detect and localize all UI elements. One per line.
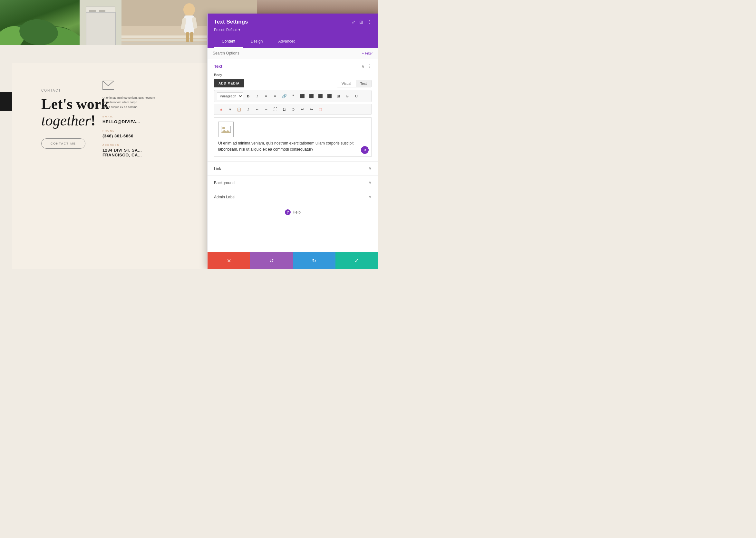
body-label: Body bbox=[214, 73, 372, 77]
paste-button[interactable]: 📋 bbox=[235, 105, 243, 113]
add-media-button[interactable]: ADD MEDIA bbox=[214, 80, 244, 87]
table-button[interactable]: ⊞ bbox=[334, 92, 343, 100]
admin-label-chevron-icon: ∨ bbox=[369, 194, 372, 199]
align-right-button[interactable]: ⬛ bbox=[316, 92, 324, 100]
svg-point-26 bbox=[222, 127, 225, 129]
text-color-button[interactable]: A bbox=[217, 105, 225, 113]
contact-body-text: Ut enim ad minima veniam, quis nostrum e… bbox=[103, 95, 155, 109]
text-color-dropdown[interactable]: ▾ bbox=[226, 105, 234, 113]
envelope-icon bbox=[103, 81, 155, 91]
admin-label-section[interactable]: Admin Label ∨ bbox=[208, 190, 378, 204]
editor-toolbar-top: ADD MEDIA Visual Text bbox=[214, 80, 372, 87]
special-chars-button[interactable]: Ω bbox=[280, 105, 288, 113]
paragraph-select[interactable]: Paragraph Heading 1 Heading 2 bbox=[217, 92, 243, 100]
phone-value: (346) 361-6866 bbox=[103, 134, 155, 138]
admin-label-section-title: Admin Label bbox=[214, 195, 236, 199]
email-label: EMAIL bbox=[103, 115, 155, 118]
more-options-icon[interactable]: ⋮ bbox=[367, 19, 372, 25]
cancel-button[interactable]: ✕ bbox=[208, 252, 250, 269]
visual-text-toggle: Visual Text bbox=[337, 80, 372, 87]
undo-button[interactable]: ↩ bbox=[298, 105, 307, 113]
link-button[interactable]: 🔗 bbox=[280, 92, 288, 100]
text-button[interactable]: Text bbox=[356, 80, 371, 87]
redo-action-button[interactable]: ↻ bbox=[293, 252, 335, 269]
settings-panel: Text Settings ⤢ ⊞ ⋮ Preset: Default ▾ Co… bbox=[207, 14, 378, 269]
italic2-button[interactable]: I bbox=[244, 105, 252, 113]
filter-button[interactable]: + Filter bbox=[362, 51, 373, 55]
editor-content-area[interactable]: Ut enim ad minima veniam, quis nostrum e… bbox=[214, 117, 372, 157]
contact-info-block: Ut enim ad minima veniam, quis nostrum e… bbox=[103, 81, 155, 163]
address-value: 1234 DIVI ST. SA... FRANCISCO, CA... bbox=[103, 148, 155, 157]
ordered-list-button[interactable]: ≡ bbox=[271, 92, 279, 100]
svg-rect-9 bbox=[99, 10, 105, 18]
unordered-list-button[interactable]: ≡ bbox=[262, 92, 270, 100]
emoji-button[interactable]: ☺ bbox=[289, 105, 298, 113]
bottom-action-bar: ✕ ↺ ↻ ✓ bbox=[208, 252, 378, 269]
section-more-icon[interactable]: ⋮ bbox=[367, 64, 372, 69]
tab-design[interactable]: Design bbox=[243, 36, 270, 48]
email-value: HELLO@DIVIFA... bbox=[103, 119, 155, 124]
panel-header-icons: ⤢ ⊞ ⋮ bbox=[352, 19, 372, 25]
panel-preset: Preset: Default ▾ bbox=[214, 28, 372, 32]
bold-button[interactable]: B bbox=[244, 92, 252, 100]
building-image bbox=[79, 0, 121, 45]
phone-label: PHONE bbox=[103, 129, 155, 132]
help-text: Help bbox=[293, 210, 301, 214]
underline-button[interactable]: U bbox=[352, 92, 360, 100]
address-label: ADDRESS bbox=[103, 143, 155, 146]
background-section-title: Background bbox=[214, 181, 235, 185]
link-section-title: Link bbox=[214, 166, 221, 171]
strikethrough-button[interactable]: S bbox=[343, 92, 352, 100]
reset-button[interactable]: ↺ bbox=[250, 252, 293, 269]
svg-rect-8 bbox=[89, 10, 96, 18]
italic-button[interactable]: I bbox=[253, 92, 261, 100]
help-icon: ? bbox=[285, 209, 291, 215]
align-center-button[interactable]: ⬛ bbox=[307, 92, 315, 100]
text-content-section: Text ∧ ⋮ Body ADD MEDIA Visual Text Para… bbox=[208, 59, 378, 162]
help-section: ? Help bbox=[208, 204, 378, 220]
background-chevron-icon: ∨ bbox=[369, 180, 372, 185]
panel-header: Text Settings ⤢ ⊞ ⋮ Preset: Default ▾ Co… bbox=[208, 14, 378, 48]
editor-toolbar-row1: Paragraph Heading 1 Heading 2 B I ≡ ≡ 🔗 … bbox=[214, 90, 372, 102]
align-justify-button[interactable]: ⬛ bbox=[325, 92, 334, 100]
fullscreen-editor-button[interactable]: ⛶ bbox=[271, 105, 279, 113]
panel-header-top: Text Settings ⤢ ⊞ ⋮ bbox=[214, 19, 372, 25]
visual-button[interactable]: Visual bbox=[337, 80, 356, 87]
link-section[interactable]: Link ∨ bbox=[208, 162, 378, 176]
contact-me-button[interactable]: CONTACT ME bbox=[41, 138, 85, 149]
background-section[interactable]: Background ∨ bbox=[208, 176, 378, 190]
editor-image-placeholder bbox=[218, 122, 234, 137]
svg-rect-10 bbox=[89, 21, 96, 29]
save-button[interactable]: ✓ bbox=[335, 252, 378, 269]
svg-rect-11 bbox=[99, 21, 105, 29]
indent-increase-button[interactable]: → bbox=[262, 105, 270, 113]
columns-icon[interactable]: ⊞ bbox=[359, 19, 363, 25]
indent-decrease-button[interactable]: ← bbox=[253, 105, 261, 113]
fullscreen-icon[interactable]: ⤢ bbox=[352, 19, 355, 25]
format-button[interactable]: ◻ bbox=[316, 105, 324, 113]
svg-rect-12 bbox=[94, 30, 101, 39]
section-header: Text ∧ ⋮ bbox=[214, 64, 372, 69]
panel-title: Text Settings bbox=[214, 19, 248, 25]
refresh-button[interactable]: ↺ bbox=[361, 146, 369, 154]
svg-rect-22 bbox=[186, 32, 189, 42]
svg-point-18 bbox=[183, 3, 195, 16]
tab-content[interactable]: Content bbox=[214, 36, 243, 48]
editor-text-content: Ut enim ad minima veniam, quis nostrum e… bbox=[218, 140, 367, 153]
redo-button[interactable]: ↪ bbox=[307, 105, 315, 113]
plant-image bbox=[0, 0, 79, 45]
editor-toolbar-row2: A ▾ 📋 I ← → ⛶ Ω ☺ ↩ ↪ ◻ bbox=[214, 104, 372, 115]
section-header-icons: ∧ ⋮ bbox=[361, 64, 372, 69]
text-section-title: Text bbox=[214, 64, 222, 69]
tab-advanced[interactable]: Advanced bbox=[270, 36, 303, 48]
search-input[interactable] bbox=[213, 51, 362, 55]
panel-tabs: Content Design Advanced bbox=[214, 36, 372, 48]
panel-search: + Filter bbox=[208, 48, 378, 59]
svg-rect-23 bbox=[190, 32, 193, 42]
blockquote-button[interactable]: ❝ bbox=[289, 92, 298, 100]
collapse-icon[interactable]: ∧ bbox=[361, 64, 364, 69]
align-left-button[interactable]: ⬛ bbox=[298, 92, 307, 100]
link-chevron-icon: ∨ bbox=[369, 166, 372, 171]
